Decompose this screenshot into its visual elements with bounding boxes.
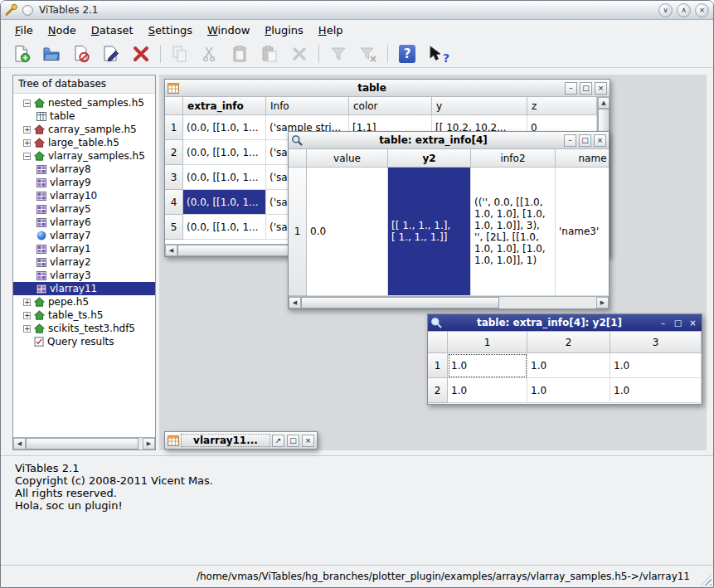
app-menu-icon[interactable]	[5, 3, 18, 17]
active-window-titlebar[interactable]: table: extra_info[4]: y2[1] – □ ×	[428, 314, 702, 332]
menu-window[interactable]: Window	[202, 22, 255, 38]
row-header[interactable]: 2	[428, 378, 448, 403]
column-header[interactable]: value	[307, 149, 388, 168]
expander-icon[interactable]: +	[23, 312, 31, 319]
restore-up-button[interactable]: ↗	[272, 435, 284, 447]
table-cell[interactable]: 'name3'	[556, 168, 609, 296]
scroll-right-icon[interactable]: ▶	[596, 297, 609, 309]
expander-icon[interactable]: −	[23, 153, 31, 160]
restore-button[interactable]: □	[672, 317, 684, 329]
table-cell[interactable]: 1.0	[527, 353, 610, 378]
menu-dataset[interactable]: Dataset	[85, 22, 139, 38]
table-cell[interactable]: 1.0	[610, 378, 702, 403]
column-header[interactable]: info2	[471, 149, 556, 168]
row-header[interactable]: 4	[165, 190, 183, 215]
menu-node[interactable]: Node	[42, 22, 82, 38]
tree-item-vlarray6[interactable]: vlarray6	[13, 216, 155, 229]
tree-item-nested-samples-h5[interactable]: − nested_samples.h5	[13, 96, 155, 109]
delete-file-button[interactable]	[129, 42, 153, 66]
table-cell[interactable]: (0.0, [[1.0, 1...	[183, 115, 266, 140]
row-header[interactable]: 1	[165, 115, 183, 140]
tree-item-vlarray11[interactable]: vlarray11	[13, 282, 155, 295]
close-button[interactable]: ×	[595, 82, 607, 95]
window-close-button[interactable]: ×	[695, 3, 709, 17]
tree-item-table-ts-h5[interactable]: + table_ts.h5	[13, 309, 155, 322]
tree-item-table[interactable]: table	[13, 109, 155, 123]
scroll-left-icon[interactable]: ◀	[13, 438, 26, 450]
tree-horizontal-scrollbar[interactable]: ◀ ▶	[13, 437, 155, 450]
scroll-right-icon[interactable]: ▶	[143, 438, 155, 450]
table-cell[interactable]: (0.0, [[1.0, 1...	[183, 215, 266, 240]
menu-settings[interactable]: Settings	[143, 22, 198, 38]
zoom-window-extra-info[interactable]: table: extra_info[4] – □ × value y2 info…	[288, 131, 610, 309]
column-header[interactable]: 3	[610, 332, 702, 353]
column-header[interactable]: color	[349, 97, 432, 115]
window-maximize-button[interactable]: ∧	[677, 3, 691, 17]
menu-file[interactable]: File	[9, 22, 39, 38]
expander-icon[interactable]: +	[23, 139, 31, 147]
tree-item-vlarray3[interactable]: vlarray3	[13, 269, 155, 282]
table-cell-selected[interactable]: [[ 1., 1., 1.], [ 1., 1., 1.]]	[388, 168, 471, 296]
tree-item-vlarray1[interactable]: vlarray1	[13, 242, 155, 255]
scrollbar-thumb[interactable]	[26, 438, 138, 450]
minimized-window-vlarray11[interactable]: vlarray11... ↗ □ ×	[164, 431, 318, 450]
minimize-button[interactable]: –	[565, 82, 577, 95]
column-header-selected[interactable]: y2	[388, 149, 471, 168]
column-header[interactable]: z	[527, 97, 597, 115]
minimized-window-titlebar[interactable]: vlarray11... ↗ □ ×	[165, 432, 317, 449]
expander-icon[interactable]: +	[23, 299, 31, 306]
tree-item-vlarray8[interactable]: vlarray8	[13, 163, 155, 176]
minimize-button[interactable]: –	[564, 134, 576, 147]
zoom-window-titlebar[interactable]: table: extra_info[4] – □ ×	[289, 132, 609, 149]
row-header[interactable]: 2	[165, 140, 183, 165]
window-titlebar[interactable]: ViTables 2.1 ∨ ∧ ×	[1, 1, 713, 20]
menu-plugins[interactable]: Plugins	[259, 22, 309, 38]
expander-icon[interactable]: +	[23, 126, 31, 134]
scroll-left-icon[interactable]: ◀	[165, 245, 177, 256]
table-cell[interactable]: 1.0	[610, 353, 702, 378]
tree-item-query-results[interactable]: Query results	[13, 335, 155, 348]
log-console[interactable]: ViTables 2.1 Copyright (c) 2008-2011 Vic…	[1, 455, 713, 565]
table-cell[interactable]: (('', 0.0, [[1.0, 1.0, 1.0], [1.0, 1.0, …	[471, 168, 556, 296]
new-file-button[interactable]	[9, 42, 34, 66]
row-header[interactable]: 1	[289, 168, 307, 296]
column-header[interactable]: y	[432, 97, 527, 115]
panel-title[interactable]: Tree of databases	[13, 75, 155, 94]
expander-icon[interactable]: +	[23, 325, 31, 333]
tree-item-carray-sample-h5[interactable]: + carray_sample.h5	[13, 123, 155, 136]
tree-item-vlarray10[interactable]: vlarray10	[13, 189, 155, 202]
scrollbar-thumb[interactable]	[301, 297, 499, 309]
column-header[interactable]: 1	[448, 332, 527, 353]
table-window-titlebar[interactable]: table – □ ×	[165, 80, 610, 97]
tree-item-vlarray9[interactable]: vlarray9	[13, 176, 155, 189]
tree-item-vlarray7[interactable]: vlarray7	[13, 229, 155, 242]
table-cell-selected[interactable]: (0.0, [[1.0, 1...	[183, 190, 266, 215]
resize-grip[interactable]	[701, 575, 712, 586]
tree-item-vlarray-samples-h5[interactable]: − vlarray_samples.h5	[13, 149, 155, 163]
scroll-left-icon[interactable]: ◀	[289, 297, 301, 309]
close-button[interactable]: ×	[302, 435, 314, 447]
column-header[interactable]: name	[556, 149, 609, 168]
table-cell-focused[interactable]: 1.0	[448, 353, 527, 378]
table-cell[interactable]: 1.0	[527, 378, 610, 403]
row-header[interactable]: 1	[428, 353, 448, 378]
close-button[interactable]: ×	[594, 134, 606, 147]
expander-icon[interactable]: −	[23, 100, 31, 107]
close-button[interactable]: ×	[687, 317, 699, 329]
row-header[interactable]: 3	[165, 165, 183, 190]
tree-item-scikits-test3-hdf5[interactable]: + scikits_test3.hdf5	[13, 322, 155, 335]
table-cell[interactable]: 0.0	[307, 168, 388, 296]
row-header[interactable]: 5	[165, 215, 183, 240]
minimize-button[interactable]: –	[657, 317, 669, 329]
column-header[interactable]: extra_info	[183, 97, 266, 115]
help-button[interactable]: ?	[395, 42, 420, 66]
horizontal-scrollbar[interactable]: ◀ ▶	[289, 296, 609, 309]
menu-help[interactable]: Help	[313, 22, 349, 38]
close-file-button[interactable]	[69, 42, 94, 66]
table-cell[interactable]: (0.0, [[1.0, 1...	[183, 165, 266, 190]
save-as-button[interactable]	[99, 42, 124, 66]
zoom-window-y2[interactable]: table: extra_info[4]: y2[1] – □ × 1 2 3 …	[427, 313, 702, 405]
whats-this-button[interactable]: ?	[425, 42, 449, 66]
scroll-up-icon[interactable]: ▲	[598, 97, 610, 109]
restore-button[interactable]: □	[579, 134, 591, 147]
